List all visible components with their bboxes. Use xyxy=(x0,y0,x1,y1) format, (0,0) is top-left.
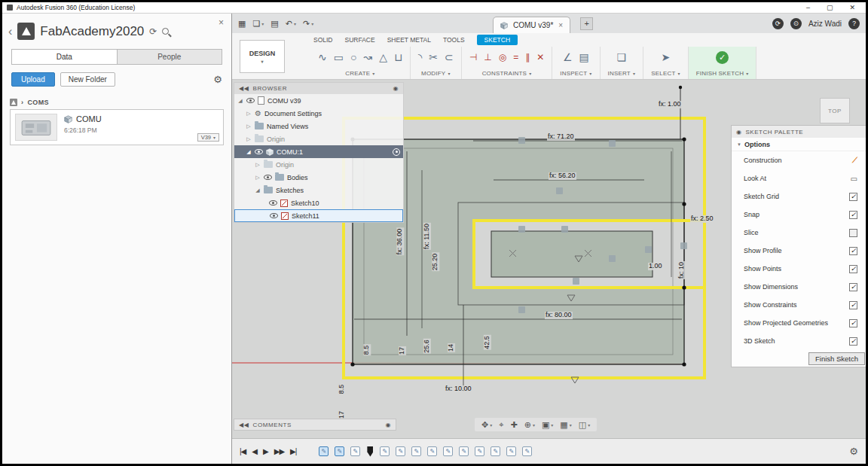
go-to-end-button[interactable]: ▶| xyxy=(290,447,296,455)
trim-tool-icon[interactable]: ✂ xyxy=(429,51,438,63)
equal-constraint-icon[interactable]: = xyxy=(513,52,518,62)
tree-item-component-comu1[interactable]: ◢ COMU:1 xyxy=(234,145,403,158)
inspect-group-label[interactable]: INSPECT▾ xyxy=(560,70,591,77)
dimension-label[interactable]: fx: 71.20 xyxy=(547,133,575,141)
maximize-button[interactable]: ▢ xyxy=(827,4,833,11)
activate-component-radio[interactable] xyxy=(393,148,400,156)
tab-solid[interactable]: SOLID xyxy=(313,36,333,44)
viewports-icon[interactable]: ◫▾ xyxy=(579,420,590,430)
parallel-constraint-icon[interactable]: ∥ xyxy=(525,52,530,62)
dimension-label[interactable]: fx: 56.20 xyxy=(549,172,576,180)
insert-tool-icon[interactable]: ❏ xyxy=(617,51,627,63)
constraints-group-label[interactable]: CONSTRAINTS▾ xyxy=(482,70,532,77)
save-icon[interactable]: ▤ xyxy=(270,19,278,29)
undo-icon[interactable]: ↶▾ xyxy=(286,19,296,29)
visibility-eye-icon[interactable] xyxy=(264,175,272,180)
tree-item-origin-child[interactable]: ▷ Origin xyxy=(234,158,403,171)
modify-group-label[interactable]: MODIFY▾ xyxy=(421,70,451,77)
minimize-button[interactable]: – xyxy=(806,4,810,11)
app-grid-icon[interactable]: ▦ xyxy=(238,19,246,29)
dimension-label[interactable]: 8.5 xyxy=(363,345,371,356)
tree-item-document-settings[interactable]: ▷ ⚙ Document Settings xyxy=(234,107,403,120)
document-tab[interactable]: COMU v39* × xyxy=(493,17,570,33)
panel-options-icon[interactable]: ◉ xyxy=(385,422,391,428)
expand-icon[interactable]: ◢ xyxy=(237,98,243,104)
show-profile-checkbox[interactable]: ✓ xyxy=(849,247,857,255)
timeline-feature-icon[interactable]: ✎ xyxy=(411,446,421,456)
user-name[interactable]: Aziz Wadi xyxy=(808,20,842,28)
expand-icon[interactable]: ▷ xyxy=(255,162,261,168)
measure-tool-icon[interactable]: ∠ xyxy=(563,51,573,63)
select-group-label[interactable]: SELECT▾ xyxy=(651,70,680,77)
orbit-icon[interactable]: ✚ xyxy=(510,420,517,430)
new-tab-button[interactable]: + xyxy=(580,17,593,30)
tree-item-named-views[interactable]: ▷ Named Views xyxy=(234,120,403,132)
show-points-checkbox[interactable]: ✓ xyxy=(849,265,857,273)
workspace-selector[interactable]: DESIGN ▾ xyxy=(240,40,285,73)
sketch-grid-checkbox[interactable]: ✓ xyxy=(849,193,857,201)
version-badge[interactable]: V39 ▾ xyxy=(197,133,219,142)
offset-tool-icon[interactable]: ⊂ xyxy=(445,51,454,63)
circle-tool-icon[interactable]: ○ xyxy=(350,51,356,63)
spline-tool-icon[interactable]: ∿ xyxy=(318,51,327,63)
snap-checkbox[interactable]: ✓ xyxy=(849,211,857,219)
close-tab-icon[interactable]: × xyxy=(558,21,563,29)
gear-icon[interactable]: ⚙ xyxy=(213,74,222,85)
upload-button[interactable]: Upload xyxy=(11,72,55,87)
show-projected-geometries-checkbox[interactable]: ✓ xyxy=(849,319,857,327)
tab-people[interactable]: People xyxy=(118,50,222,64)
visibility-eye-icon[interactable] xyxy=(270,213,278,218)
tab-sketch[interactable]: SKETCH xyxy=(477,35,518,45)
tab-sheet-metal[interactable]: SHEET METAL xyxy=(387,36,431,44)
model-canvas[interactable]: fx: 1.00 fx: 71.20 fx: 56.20 fx: 2.50 fx… xyxy=(232,80,866,438)
timeline-feature-icon[interactable]: ✎ xyxy=(475,446,484,456)
curve-tool-icon[interactable]: ↝ xyxy=(363,51,372,63)
new-folder-button[interactable]: New Folder xyxy=(60,72,115,87)
tree-item-origin[interactable]: ▷ Origin xyxy=(234,132,403,145)
collapse-icon[interactable]: ◀◀ xyxy=(239,422,249,428)
timeline-feature-icon[interactable]: ✎ xyxy=(443,446,453,456)
dimension-label[interactable]: fx: 80.00 xyxy=(545,312,573,319)
dimension-label[interactable]: fx: 11.50 xyxy=(423,223,431,250)
timeline-feature-icon[interactable]: ✎ xyxy=(335,446,344,456)
search-icon[interactable] xyxy=(162,28,169,35)
dimension-label[interactable]: 8.5 xyxy=(338,384,346,395)
dimension-label[interactable]: 14 xyxy=(448,343,455,352)
show-constraints-checkbox[interactable]: ✓ xyxy=(849,301,857,309)
view-cube[interactable]: TOP xyxy=(820,98,850,123)
coincident-constraint-icon[interactable]: ⊥ xyxy=(484,52,491,62)
timeline-feature-icon[interactable]: ✎ xyxy=(380,446,390,456)
dimension-label[interactable]: fx: 10 xyxy=(678,261,686,279)
polygon-tool-icon[interactable]: △ xyxy=(379,51,387,63)
refresh-icon[interactable]: ⟳ xyxy=(149,26,157,37)
step-back-button[interactable]: ◀ xyxy=(252,447,257,455)
grid-settings-icon[interactable]: ▦▾ xyxy=(560,420,571,430)
go-to-start-button[interactable]: |◀ xyxy=(240,447,246,455)
timeline-feature-icon[interactable]: ✎ xyxy=(350,446,360,456)
fillet-tool-icon[interactable]: ◝ xyxy=(418,51,422,63)
tree-item-sketches[interactable]: ◢ Sketches xyxy=(234,184,403,196)
show-dimensions-checkbox[interactable]: ✓ xyxy=(849,283,857,291)
expand-icon[interactable]: ▷ xyxy=(255,175,261,181)
tangent-constraint-icon[interactable]: ◎ xyxy=(499,52,506,62)
3d-sketch-checkbox[interactable]: ✓ xyxy=(849,337,857,346)
sketch-palette-header[interactable]: ◉ SKETCH PALETTE xyxy=(732,126,866,138)
play-button[interactable]: ▶ xyxy=(263,447,268,455)
timeline-feature-icon[interactable]: ✎ xyxy=(319,446,329,456)
dimension-label[interactable]: 25.20 xyxy=(432,253,439,272)
timeline-feature-icon[interactable]: ✎ xyxy=(506,446,516,456)
step-forward-button[interactable]: ▶▶ xyxy=(274,447,284,455)
sync-status-icon[interactable]: ⟳ xyxy=(772,18,784,29)
look-at-icon[interactable]: ▭ xyxy=(851,175,857,183)
horizontal-vertical-constraint-icon[interactable]: ⊣ xyxy=(469,52,477,62)
expand-icon[interactable]: ▷ xyxy=(246,111,252,117)
visibility-eye-icon[interactable] xyxy=(269,200,277,206)
panel-options-icon[interactable]: ◉ xyxy=(393,85,399,92)
comments-panel[interactable]: ◀◀ COMMENTS ◉ xyxy=(234,419,396,431)
file-menu-icon[interactable]: ❏▾ xyxy=(252,19,264,29)
expand-icon[interactable]: ◢ xyxy=(255,187,261,193)
options-section-header[interactable]: ▼ Options xyxy=(732,138,866,151)
dimension-label[interactable]: 25.6 xyxy=(423,339,431,354)
timeline-feature-icon[interactable]: ✎ xyxy=(459,446,469,456)
redo-icon[interactable]: ↷▾ xyxy=(303,19,313,29)
